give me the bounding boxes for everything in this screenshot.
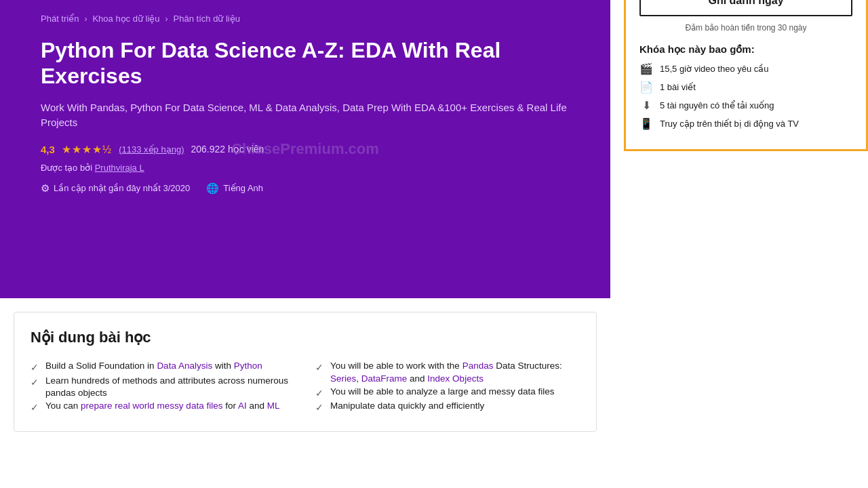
breadcrumb: Phát triển › Khoa học dữ liệu › Phân tíc… xyxy=(41,14,570,24)
list-item: ✓ Build a Solid Foundation in Data Analy… xyxy=(31,360,295,375)
link-index[interactable]: Index Objects xyxy=(427,373,484,384)
author-row: Được tạo bởi Pruthviraja L xyxy=(41,163,570,173)
list-item: ✓ Manipulate data quickly and efficientl… xyxy=(315,400,580,415)
video-icon: 🎬 xyxy=(639,62,653,75)
list-item: ✓ You will be able to analyze a large an… xyxy=(315,386,580,401)
guarantee-text: Đảm bảo hoàn tiền trong 30 ngày xyxy=(639,23,852,33)
content-section-title: Nội dung bài học xyxy=(31,329,580,346)
stars: ★★★★½ xyxy=(62,143,112,156)
check-text: Build a Solid Foundation in Data Analysi… xyxy=(45,360,262,373)
list-item: ⬇ 5 tài nguyên có thể tải xuống xyxy=(639,99,852,112)
mobile-icon: 📱 xyxy=(639,117,653,130)
language-text: Tiếng Anh xyxy=(223,183,263,193)
last-updated: ⚙ Lần cập nhật gần đây nhất 3/2020 xyxy=(41,182,190,195)
rating-row: 4,3 ★★★★½ (1133 xếp hạng) 206.922 học vi… xyxy=(41,143,570,156)
include-text: 1 bài viết xyxy=(660,82,696,92)
include-text: 5 tài nguyên có thể tải xuống xyxy=(660,100,774,110)
student-count: 206.922 học viên xyxy=(191,144,264,155)
check-icon: ✓ xyxy=(315,387,323,401)
check-icon: ✓ xyxy=(31,401,39,415)
link-data-analysis[interactable]: Data Analysis xyxy=(157,361,212,371)
check-icon: ✓ xyxy=(315,401,323,415)
check-icon: ✓ xyxy=(31,376,39,390)
course-title: Python For Data Science A-Z: EDA With Re… xyxy=(41,37,570,89)
list-item: ✓ You can prepare real world messy data … xyxy=(31,400,295,415)
rating-count[interactable]: (1133 xếp hạng) xyxy=(119,144,184,155)
list-item: 🎬 15,5 giờ video theo yêu cầu xyxy=(639,62,852,75)
checklist-left: ✓ Build a Solid Foundation in Data Analy… xyxy=(31,360,295,415)
article-icon: 📄 xyxy=(639,81,653,94)
link-dataframe[interactable]: DataFrame xyxy=(361,373,408,384)
check-text: Learn hundreds of methods and attributes… xyxy=(45,375,295,401)
link-ml[interactable]: ML xyxy=(267,401,280,411)
check-text: You will be able to work with the Pandas… xyxy=(330,360,580,386)
video-card: pandas Xem trước khóa học này Miễn phí U… xyxy=(624,0,868,151)
check-text: Manipulate data quickly and efficiently xyxy=(330,400,484,413)
language: 🌐 Tiếng Anh xyxy=(206,182,263,195)
link-ai[interactable]: AI xyxy=(238,401,247,411)
settings-icon: ⚙ xyxy=(41,182,50,195)
include-text: Truy cập trên thiết bị di động và TV xyxy=(660,119,799,129)
check-icon: ✓ xyxy=(315,361,323,375)
breadcrumb-item-3[interactable]: Phân tích dữ liệu xyxy=(174,14,240,24)
breadcrumb-item-1[interactable]: Phát triển xyxy=(41,14,79,24)
include-text: 15,5 giờ video theo yêu cầu xyxy=(660,64,769,74)
author-link[interactable]: Pruthviraja L xyxy=(95,163,144,173)
list-item: ✓ Learn hundreds of methods and attribut… xyxy=(31,375,295,401)
checklist-right: ✓ You will be able to work with the Pand… xyxy=(315,360,580,415)
content-section: Nội dung bài học ✓ Build a Solid Foundat… xyxy=(14,312,597,432)
enroll-button[interactable]: Ghi danh ngay xyxy=(639,0,852,16)
list-item: ✓ You will be able to work with the Pand… xyxy=(315,360,580,386)
link-pandas[interactable]: Pandas xyxy=(462,361,494,371)
right-sidebar: pandas Xem trước khóa học này Miễn phí U… xyxy=(610,0,868,151)
meta-row: ⚙ Lần cập nhật gần đây nhất 3/2020 🌐 Tiế… xyxy=(41,182,570,195)
breadcrumb-sep-2: › xyxy=(165,14,168,24)
link-prepare[interactable]: prepare real world messy data files xyxy=(81,401,222,411)
includes-title: Khóa học này bao gồm: xyxy=(639,43,852,56)
link-series[interactable]: Series xyxy=(330,373,356,384)
breadcrumb-sep-1: › xyxy=(84,14,87,24)
check-icon: ✓ xyxy=(31,361,39,375)
list-item: 📄 1 bài viết xyxy=(639,81,852,94)
last-updated-text: Lần cập nhật gần đây nhất 3/2020 xyxy=(54,183,190,193)
course-subtitle: Work With Pandas, Python For Data Scienc… xyxy=(41,100,570,131)
check-text: You can prepare real world messy data fi… xyxy=(45,400,279,413)
globe-icon: 🌐 xyxy=(206,182,219,195)
pricing-box: Miễn phí US$ 39,99 Giảm 100% ⏰ 4 ngày cò… xyxy=(626,0,866,149)
download-icon: ⬇ xyxy=(639,99,653,112)
check-text: You will be able to analyze a large and … xyxy=(330,386,554,399)
rating-number: 4,3 xyxy=(41,144,55,155)
list-item: 📱 Truy cập trên thiết bị di động và TV xyxy=(639,117,852,130)
checklist-grid: ✓ Build a Solid Foundation in Data Analy… xyxy=(31,360,580,415)
author-label: Được tạo bởi xyxy=(41,163,92,173)
link-python[interactable]: Python xyxy=(234,361,262,371)
breadcrumb-item-2[interactable]: Khoa học dữ liệu xyxy=(92,14,159,24)
